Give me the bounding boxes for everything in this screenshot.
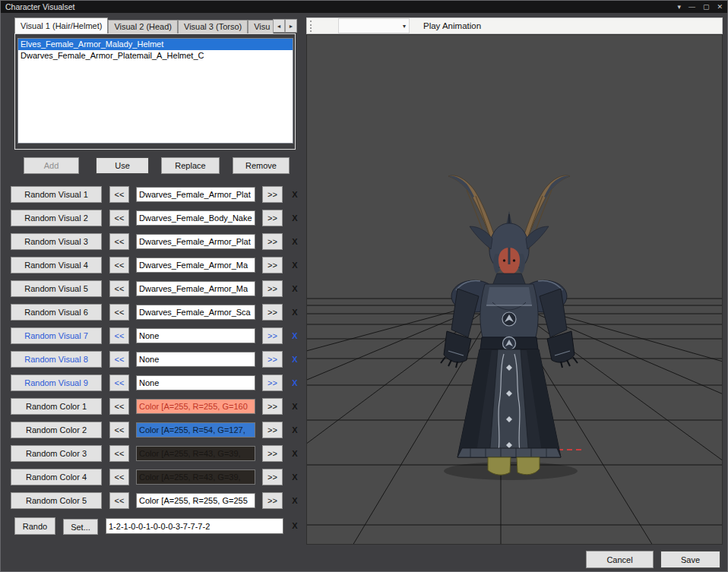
next-button[interactable]: >> (262, 351, 283, 368)
clear-button[interactable]: X (289, 233, 301, 250)
clear-button[interactable]: X (289, 492, 301, 509)
slot-value-field[interactable] (136, 375, 255, 390)
3d-viewport[interactable] (306, 34, 723, 545)
random-slot-button[interactable]: Random Color 3 (11, 445, 102, 462)
random-slot-button[interactable]: Random Visual 8 (11, 351, 102, 368)
prev-button[interactable]: << (109, 445, 129, 462)
prev-button[interactable]: << (109, 186, 129, 203)
random-slot-button[interactable]: Random Visual 5 (11, 280, 102, 297)
prev-button[interactable]: << (109, 233, 129, 250)
next-button[interactable]: >> (262, 280, 283, 297)
replace-button[interactable]: Replace (161, 157, 220, 174)
random-slot-button[interactable]: Random Visual 6 (11, 304, 102, 321)
slot-value-field[interactable] (136, 446, 255, 461)
clear-random-button[interactable]: X (289, 517, 301, 534)
save-button[interactable]: Save (660, 551, 720, 568)
next-button[interactable]: >> (262, 186, 283, 203)
animation-dropdown[interactable]: ▾ (338, 18, 410, 33)
visual-listbox[interactable]: Elves_Female_Armor_Malady_Helmet Dwarves… (17, 38, 293, 144)
prev-button[interactable]: << (109, 374, 129, 391)
prev-button[interactable]: << (109, 327, 129, 344)
slot-value-field[interactable] (136, 305, 255, 320)
pin-icon[interactable]: ▾ (677, 1, 681, 13)
next-button[interactable]: >> (262, 422, 283, 438)
slot-value-field[interactable] (136, 210, 255, 226)
random-slot-button[interactable]: Random Color 4 (11, 469, 102, 485)
prev-button[interactable]: << (109, 469, 129, 485)
toolbar-grip-icon[interactable] (310, 21, 314, 32)
random-slot-button[interactable]: Random Color 5 (11, 492, 102, 509)
prev-button[interactable]: << (109, 422, 129, 438)
clear-button[interactable]: X (289, 186, 301, 203)
slot-row: Random Color 1<<>>X (8, 398, 305, 415)
next-button[interactable]: >> (262, 233, 283, 250)
clear-button[interactable]: X (289, 304, 301, 321)
random-slot-button[interactable]: Random Color 2 (11, 422, 102, 438)
clear-button[interactable]: X (289, 280, 301, 297)
cancel-button[interactable]: Cancel (586, 551, 654, 568)
close-icon[interactable]: ✕ (717, 1, 723, 13)
next-button[interactable]: >> (262, 398, 283, 415)
remove-button[interactable]: Remove (233, 157, 290, 174)
random-slot-button[interactable]: Random Visual 7 (11, 327, 102, 344)
random-slot-button[interactable]: Random Visual 2 (11, 210, 102, 226)
random-slot-button[interactable]: Random Color 1 (11, 398, 102, 415)
slot-value-field[interactable] (136, 399, 255, 414)
set-button[interactable]: Set... (63, 519, 98, 535)
next-button[interactable]: >> (262, 210, 283, 226)
clear-button[interactable]: X (289, 445, 301, 462)
list-item[interactable]: Dwarves_Female_Armor_Platemail_A_Helmet_… (18, 50, 293, 62)
play-animation-button[interactable]: Play Animation (419, 20, 486, 32)
next-button[interactable]: >> (262, 469, 283, 485)
clear-button[interactable]: X (289, 351, 301, 368)
add-button[interactable]: Add (24, 157, 79, 174)
clear-button[interactable]: X (289, 327, 301, 344)
next-button[interactable]: >> (262, 304, 283, 321)
use-button[interactable]: Use (96, 157, 149, 174)
slot-value-field[interactable] (136, 328, 255, 343)
slot-value-field[interactable] (136, 422, 255, 438)
tab-visual-3[interactable]: Visual 3 (Torso) (178, 20, 248, 33)
clear-button[interactable]: X (289, 257, 301, 273)
maximize-icon[interactable]: ▢ (703, 1, 710, 13)
tab-scroll-right-icon[interactable]: ► (285, 19, 297, 33)
slot-value-field[interactable] (136, 234, 255, 249)
slot-value-field[interactable] (136, 352, 255, 367)
prev-button[interactable]: << (109, 398, 129, 415)
title-bar[interactable]: Character Visualset ▾ — ▢ ✕ (1, 1, 727, 13)
next-button[interactable]: >> (262, 374, 283, 391)
slot-value-field[interactable] (136, 187, 255, 202)
random-seed-field[interactable] (106, 518, 283, 534)
tab-visual-4[interactable]: Visu (248, 20, 274, 33)
random-slot-button[interactable]: Random Visual 9 (11, 374, 102, 391)
next-button[interactable]: >> (262, 327, 283, 344)
slot-value-field[interactable] (136, 258, 255, 273)
slot-value-field[interactable] (136, 469, 255, 485)
prev-button[interactable]: << (109, 351, 129, 368)
list-item[interactable]: Elves_Female_Armor_Malady_Helmet (18, 39, 293, 50)
clear-button[interactable]: X (289, 398, 301, 415)
slot-value-field[interactable] (136, 281, 255, 296)
clear-button[interactable]: X (289, 374, 301, 391)
clear-button[interactable]: X (289, 422, 301, 438)
slot-row: Random Visual 5<<>>X (8, 280, 305, 297)
prev-button[interactable]: << (109, 280, 129, 297)
tab-scroll-left-icon[interactable]: ◄ (273, 19, 285, 33)
clear-button[interactable]: X (289, 469, 301, 485)
tab-visual-2[interactable]: Visual 2 (Head) (108, 20, 178, 33)
tab-visual-1[interactable]: Visual 1 (Hair/Helmet) (14, 17, 108, 33)
prev-button[interactable]: << (109, 304, 129, 321)
clear-button[interactable]: X (289, 210, 301, 226)
prev-button[interactable]: << (109, 492, 129, 509)
random-slot-button[interactable]: Random Visual 4 (11, 257, 102, 273)
prev-button[interactable]: << (109, 257, 129, 273)
prev-button[interactable]: << (109, 210, 129, 226)
rando-button[interactable]: Rando (14, 517, 55, 535)
slot-value-field[interactable] (136, 493, 255, 508)
random-slot-button[interactable]: Random Visual 3 (11, 233, 102, 250)
random-slot-button[interactable]: Random Visual 1 (11, 186, 102, 203)
next-button[interactable]: >> (262, 492, 283, 509)
next-button[interactable]: >> (262, 257, 283, 273)
next-button[interactable]: >> (262, 445, 283, 462)
minimize-icon[interactable]: — (688, 1, 695, 13)
